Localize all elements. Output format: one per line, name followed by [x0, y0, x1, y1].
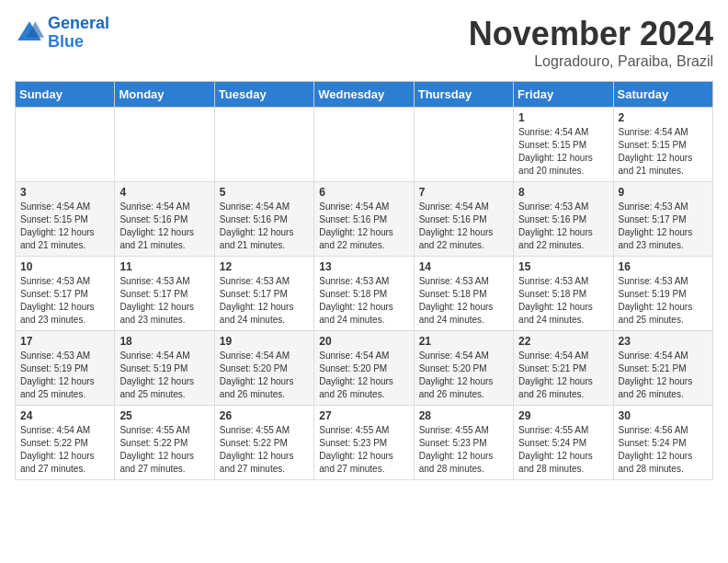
day-cell: 27Sunrise: 4:55 AM Sunset: 5:23 PM Dayli…: [314, 406, 414, 480]
day-number: 25: [119, 409, 209, 422]
day-info: Sunrise: 4:54 AM Sunset: 5:16 PM Dayligh…: [220, 201, 309, 252]
day-cell: 14Sunrise: 4:53 AM Sunset: 5:18 PM Dayli…: [414, 257, 513, 331]
day-info: Sunrise: 4:53 AM Sunset: 5:19 PM Dayligh…: [619, 275, 708, 327]
day-number: 6: [319, 186, 408, 199]
day-number: 29: [518, 409, 608, 422]
day-cell: 17Sunrise: 4:53 AM Sunset: 5:19 PM Dayli…: [16, 331, 115, 406]
day-cell: 2Sunrise: 4:54 AM Sunset: 5:15 PM Daylig…: [613, 108, 712, 182]
day-number: 5: [220, 186, 309, 199]
day-info: Sunrise: 4:54 AM Sunset: 5:20 PM Dayligh…: [419, 350, 508, 401]
day-cell: 3Sunrise: 4:54 AM Sunset: 5:15 PM Daylig…: [16, 182, 115, 257]
day-number: 15: [518, 260, 608, 273]
day-info: Sunrise: 4:53 AM Sunset: 5:18 PM Dayligh…: [319, 275, 408, 327]
day-number: 9: [619, 186, 708, 199]
day-cell: 4Sunrise: 4:54 AM Sunset: 5:16 PM Daylig…: [115, 182, 214, 257]
day-cell: 6Sunrise: 4:54 AM Sunset: 5:16 PM Daylig…: [314, 182, 414, 257]
weekday-header-thursday: Thursday: [414, 82, 513, 108]
day-cell: 1Sunrise: 4:54 AM Sunset: 5:15 PM Daylig…: [514, 108, 613, 182]
day-number: 16: [619, 260, 708, 273]
month-title: November 2024: [469, 15, 713, 53]
page-header: General Blue November 2024 Logradouro, P…: [15, 15, 713, 70]
day-info: Sunrise: 4:53 AM Sunset: 5:17 PM Dayligh…: [119, 275, 209, 327]
weekday-header-monday: Monday: [115, 82, 214, 108]
day-number: 22: [518, 335, 608, 348]
day-info: Sunrise: 4:53 AM Sunset: 5:19 PM Dayligh…: [20, 350, 109, 401]
day-number: 17: [20, 335, 109, 348]
day-info: Sunrise: 4:55 AM Sunset: 5:22 PM Dayligh…: [119, 424, 209, 476]
day-number: 27: [319, 409, 408, 422]
day-cell: 18Sunrise: 4:54 AM Sunset: 5:19 PM Dayli…: [115, 331, 214, 406]
weekday-header-saturday: Saturday: [613, 82, 712, 108]
day-number: 2: [619, 111, 708, 124]
day-number: 28: [419, 409, 508, 422]
day-cell: 16Sunrise: 4:53 AM Sunset: 5:19 PM Dayli…: [613, 257, 712, 331]
day-number: 20: [319, 335, 408, 348]
day-info: Sunrise: 4:54 AM Sunset: 5:15 PM Dayligh…: [518, 126, 608, 178]
day-info: Sunrise: 4:53 AM Sunset: 5:17 PM Dayligh…: [220, 275, 309, 327]
day-info: Sunrise: 4:54 AM Sunset: 5:22 PM Dayligh…: [20, 424, 109, 476]
day-cell: [115, 108, 214, 182]
day-cell: 7Sunrise: 4:54 AM Sunset: 5:16 PM Daylig…: [414, 182, 513, 257]
day-info: Sunrise: 4:54 AM Sunset: 5:19 PM Dayligh…: [119, 350, 209, 401]
logo: General Blue: [15, 15, 109, 52]
day-info: Sunrise: 4:54 AM Sunset: 5:16 PM Dayligh…: [119, 201, 209, 252]
day-number: 21: [419, 335, 508, 348]
day-cell: 5Sunrise: 4:54 AM Sunset: 5:16 PM Daylig…: [214, 182, 313, 257]
calendar-table: SundayMondayTuesdayWednesdayThursdayFrid…: [15, 81, 713, 480]
day-number: 4: [119, 186, 209, 199]
day-cell: 28Sunrise: 4:55 AM Sunset: 5:23 PM Dayli…: [414, 406, 513, 480]
weekday-header-friday: Friday: [514, 82, 613, 108]
day-info: Sunrise: 4:53 AM Sunset: 5:16 PM Dayligh…: [518, 201, 608, 252]
day-info: Sunrise: 4:54 AM Sunset: 5:21 PM Dayligh…: [518, 350, 608, 401]
day-info: Sunrise: 4:53 AM Sunset: 5:17 PM Dayligh…: [20, 275, 109, 327]
week-row-1: 1Sunrise: 4:54 AM Sunset: 5:15 PM Daylig…: [16, 108, 713, 182]
day-number: 30: [619, 409, 708, 422]
day-info: Sunrise: 4:54 AM Sunset: 5:16 PM Dayligh…: [419, 201, 508, 252]
title-block: November 2024 Logradouro, Paraiba, Brazi…: [469, 15, 713, 70]
day-number: 7: [419, 186, 508, 199]
day-info: Sunrise: 4:55 AM Sunset: 5:23 PM Dayligh…: [319, 424, 408, 476]
day-number: 18: [119, 335, 209, 348]
day-cell: 26Sunrise: 4:55 AM Sunset: 5:22 PM Dayli…: [214, 406, 313, 480]
logo-line2: Blue: [48, 32, 84, 51]
day-number: 8: [518, 186, 608, 199]
day-info: Sunrise: 4:54 AM Sunset: 5:15 PM Dayligh…: [20, 201, 109, 252]
day-cell: 24Sunrise: 4:54 AM Sunset: 5:22 PM Dayli…: [16, 406, 115, 480]
day-cell: [414, 108, 513, 182]
day-cell: 23Sunrise: 4:54 AM Sunset: 5:21 PM Dayli…: [613, 331, 712, 406]
day-number: 26: [220, 409, 309, 422]
day-info: Sunrise: 4:55 AM Sunset: 5:24 PM Dayligh…: [518, 424, 608, 476]
weekday-header-tuesday: Tuesday: [214, 82, 313, 108]
day-number: 3: [20, 186, 109, 199]
weekday-header-sunday: Sunday: [16, 82, 115, 108]
day-cell: 9Sunrise: 4:53 AM Sunset: 5:17 PM Daylig…: [613, 182, 712, 257]
day-info: Sunrise: 4:53 AM Sunset: 5:17 PM Dayligh…: [619, 201, 708, 252]
day-cell: 21Sunrise: 4:54 AM Sunset: 5:20 PM Dayli…: [414, 331, 513, 406]
week-row-5: 24Sunrise: 4:54 AM Sunset: 5:22 PM Dayli…: [16, 406, 713, 480]
day-cell: 10Sunrise: 4:53 AM Sunset: 5:17 PM Dayli…: [16, 257, 115, 331]
day-cell: 20Sunrise: 4:54 AM Sunset: 5:20 PM Dayli…: [314, 331, 414, 406]
logo-icon: [15, 18, 44, 48]
day-number: 13: [319, 260, 408, 273]
day-info: Sunrise: 4:56 AM Sunset: 5:24 PM Dayligh…: [619, 424, 708, 476]
day-number: 24: [20, 409, 109, 422]
day-cell: 25Sunrise: 4:55 AM Sunset: 5:22 PM Dayli…: [115, 406, 214, 480]
day-info: Sunrise: 4:53 AM Sunset: 5:18 PM Dayligh…: [518, 275, 608, 327]
logo-line1: General: [48, 14, 109, 32]
day-info: Sunrise: 4:55 AM Sunset: 5:22 PM Dayligh…: [220, 424, 309, 476]
weekday-header-wednesday: Wednesday: [314, 82, 414, 108]
day-cell: 15Sunrise: 4:53 AM Sunset: 5:18 PM Dayli…: [514, 257, 613, 331]
day-info: Sunrise: 4:55 AM Sunset: 5:23 PM Dayligh…: [419, 424, 508, 476]
day-info: Sunrise: 4:54 AM Sunset: 5:15 PM Dayligh…: [619, 126, 708, 178]
day-cell: 12Sunrise: 4:53 AM Sunset: 5:17 PM Dayli…: [214, 257, 313, 331]
day-number: 14: [419, 260, 508, 273]
week-row-3: 10Sunrise: 4:53 AM Sunset: 5:17 PM Dayli…: [16, 257, 713, 331]
day-info: Sunrise: 4:54 AM Sunset: 5:16 PM Dayligh…: [319, 201, 408, 252]
day-info: Sunrise: 4:54 AM Sunset: 5:20 PM Dayligh…: [319, 350, 408, 401]
logo-text: General Blue: [48, 15, 109, 52]
week-row-4: 17Sunrise: 4:53 AM Sunset: 5:19 PM Dayli…: [16, 331, 713, 406]
weekday-header-row: SundayMondayTuesdayWednesdayThursdayFrid…: [16, 82, 713, 108]
day-info: Sunrise: 4:53 AM Sunset: 5:18 PM Dayligh…: [419, 275, 508, 327]
day-number: 1: [518, 111, 608, 124]
day-cell: [16, 108, 115, 182]
